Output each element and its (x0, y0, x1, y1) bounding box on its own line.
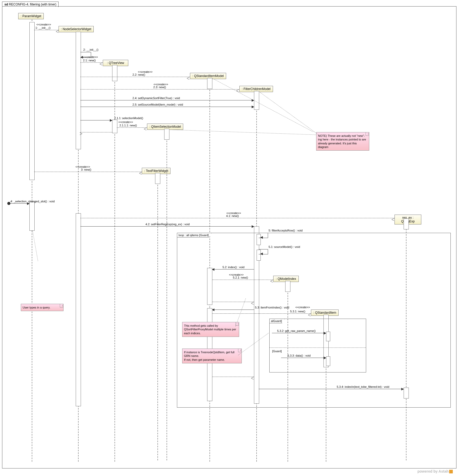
msg-1: 1: __init__() (34, 30, 59, 30)
note-new-instances: NOTE) These are actually not "new"-ing h… (316, 132, 369, 151)
act-qstdmodel1 (207, 78, 212, 89)
fragment-separator (270, 348, 366, 348)
act-qtree1 (112, 65, 117, 81)
msg-3: 3: new() (34, 172, 142, 172)
msg-2-1-1-call: 2.1.1: selectionModel() (80, 120, 112, 120)
fragment-loop-label: loop : all qitems [Guard] (177, 233, 212, 237)
act-textfilter (155, 173, 160, 184)
arrow-icon (56, 29, 59, 34)
act-filter1 (254, 91, 259, 110)
ll-qitemsel (167, 130, 167, 460)
msg-2-1-1-ret (80, 132, 112, 132)
note-treenode: If instance is TreenodeQstdItem, get ful… (182, 349, 242, 363)
act-param2 (29, 202, 35, 231)
msg-4: 4: _selection_changed_slot() : void (9, 203, 29, 204)
act-regex (404, 218, 409, 229)
fragment-alt-label: alGuard] (270, 319, 285, 323)
arrow-icon (80, 131, 83, 136)
arrow-icon (144, 126, 147, 132)
msg-4-2: 4.2: setFilterRegExp(reg_ex) : void (80, 226, 254, 227)
arrow-icon (252, 106, 254, 108)
arrow-icon (140, 171, 142, 176)
arrow-icon (110, 119, 112, 122)
sd-prefix: sd (4, 3, 8, 6)
stereo-create1: <<create>> (36, 23, 51, 26)
msg-2-5: 2.5: setSourceModel(item_model) : void (80, 107, 254, 107)
msg-2-1-1-1: 2.1.1.1: new() (117, 127, 147, 128)
msg-5-label: 5: filterAcceptsRow() : void (269, 229, 303, 232)
astah-icon (449, 470, 453, 473)
arrow-icon (252, 225, 254, 228)
footer-brand: powered by Astah (417, 469, 453, 473)
act-qitemsel (164, 129, 169, 140)
ll-textfilter (157, 174, 158, 460)
diagram-title: RECONFIG-4. filtering (with timer) (9, 3, 56, 6)
note-method-called: This method gets called by QSortFilterPr… (182, 322, 239, 337)
act-param (29, 22, 35, 180)
msg-2-1: 2.1: new() (80, 62, 103, 63)
act-qtree2 (112, 120, 117, 133)
msg-2-3: 2.3: new() (80, 89, 239, 89)
lifeline-paramwidget: : ParamWidget (18, 13, 44, 19)
stereo-create2: <<create>> (83, 55, 98, 59)
msg-2-2: 2.2: new() (80, 77, 190, 77)
arrow-icon (392, 217, 395, 222)
arrow-icon (100, 61, 103, 67)
lifeline-nodeselector: : NodeSelectorWidget (59, 26, 94, 32)
fragment-alt: alGuard] [Guard] (269, 319, 366, 372)
sequence-diagram: sd RECONFIG-4. filtering (with timer) : … (0, 0, 458, 476)
act-nodesel2 (76, 213, 81, 406)
found-message-dot (7, 202, 10, 205)
msg-2-4: 2.4: setDynamicSortFilter(True) : void (80, 100, 254, 100)
msg-2-label: 2: __init__() (83, 48, 98, 51)
note-user-types: User types in a query. (21, 304, 63, 311)
arrow-icon (187, 76, 190, 81)
msg-4-1: 4.1: new() (80, 218, 395, 218)
arrow-icon (27, 202, 30, 205)
stereo-create5a: <<create>> (118, 120, 133, 124)
arrow-icon (80, 56, 83, 59)
fragment-guard: [Guard] (272, 350, 282, 353)
